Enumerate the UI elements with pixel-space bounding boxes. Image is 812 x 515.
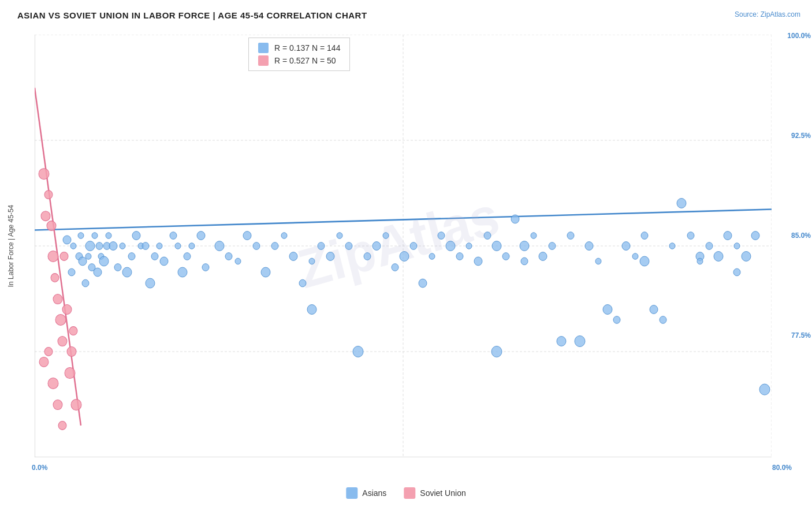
svg-point-132 (751, 232, 759, 240)
svg-point-77 (299, 279, 306, 287)
svg-point-80 (318, 242, 325, 250)
svg-point-58 (151, 253, 158, 260)
svg-point-14 (44, 191, 53, 199)
svg-point-100 (491, 346, 502, 357)
svg-point-118 (640, 256, 649, 266)
svg-point-112 (595, 258, 601, 264)
svg-point-128 (724, 232, 732, 240)
svg-point-82 (337, 233, 342, 239)
svg-text:ZipAtlas: ZipAtlas (292, 184, 505, 300)
svg-point-93 (438, 232, 445, 240)
svg-point-71 (243, 232, 251, 240)
svg-point-59 (157, 243, 162, 249)
svg-point-101 (502, 253, 509, 260)
svg-point-68 (215, 241, 224, 251)
svg-point-116 (632, 253, 638, 260)
svg-point-131 (742, 252, 751, 262)
chart-area: ZipAtlas (35, 35, 772, 457)
svg-point-108 (557, 337, 566, 346)
svg-point-65 (189, 243, 195, 249)
svg-point-115 (622, 242, 630, 251)
svg-point-94 (446, 241, 455, 251)
svg-point-40 (85, 241, 95, 251)
svg-point-84 (353, 346, 363, 357)
svg-point-67 (202, 264, 209, 271)
legend-asians-label: Asians (362, 488, 386, 498)
x-label-left: 0.0% (32, 464, 47, 472)
svg-point-53 (128, 253, 135, 260)
svg-point-49 (109, 242, 117, 251)
svg-point-113 (603, 305, 612, 315)
svg-point-91 (419, 279, 427, 288)
svg-point-32 (63, 236, 71, 244)
svg-point-16 (48, 251, 58, 262)
svg-point-85 (364, 253, 371, 260)
svg-point-46 (99, 256, 109, 266)
svg-point-83 (345, 242, 352, 250)
svg-point-69 (225, 253, 232, 260)
svg-point-120 (660, 316, 666, 324)
svg-point-18 (53, 294, 62, 304)
svg-point-19 (55, 314, 66, 325)
svg-point-27 (39, 357, 49, 367)
svg-point-119 (650, 305, 658, 314)
stat-blue-box (258, 43, 269, 53)
svg-point-30 (53, 400, 62, 410)
svg-point-127 (714, 252, 723, 262)
svg-point-114 (613, 316, 620, 324)
stat-blue-text: R = 0.137 N = 144 (274, 43, 340, 53)
svg-point-107 (549, 242, 556, 250)
svg-point-89 (400, 252, 409, 262)
svg-point-48 (106, 233, 111, 239)
legend-asians: Asians (346, 487, 386, 499)
svg-point-117 (641, 232, 648, 240)
y-axis-label: In Labor Force | Age 45-54 (7, 205, 15, 288)
svg-point-98 (484, 232, 491, 240)
svg-point-64 (184, 253, 191, 260)
svg-point-12 (39, 169, 49, 180)
svg-point-130 (733, 268, 740, 276)
chart-title: ASIAN VS SOVIET UNION IN LABOR FORCE | A… (17, 10, 367, 20)
svg-point-17 (51, 274, 59, 282)
svg-point-51 (120, 243, 125, 249)
chart-container: ASIAN VS SOVIET UNION IN LABOR FORCE | A… (0, 0, 812, 515)
svg-point-44 (96, 242, 103, 250)
svg-point-74 (271, 242, 278, 250)
x-label-right: 80.0% (772, 464, 792, 472)
svg-point-25 (69, 327, 77, 335)
stat-box: R = 0.137 N = 144 R = 0.527 N = 50 (248, 38, 350, 71)
svg-point-29 (48, 378, 58, 389)
svg-point-28 (44, 348, 53, 356)
svg-point-38 (82, 279, 89, 287)
svg-point-106 (539, 252, 547, 261)
legend-soviet: Soviet Union (404, 487, 465, 499)
svg-point-56 (142, 242, 149, 250)
y-label-85: 85.0% (791, 232, 811, 240)
stat-pink-text: R = 0.527 N = 50 (274, 56, 336, 65)
svg-point-133 (759, 384, 770, 395)
svg-point-102 (511, 215, 519, 223)
svg-point-54 (132, 232, 140, 240)
svg-point-70 (235, 258, 241, 264)
y-label-100: 100.0% (787, 32, 811, 40)
legend-soviet-label: Soviet Union (420, 488, 465, 498)
svg-point-123 (687, 232, 694, 240)
legend-asians-box (346, 487, 357, 499)
svg-point-57 (146, 278, 155, 288)
svg-point-95 (456, 253, 463, 260)
svg-point-76 (289, 252, 297, 261)
svg-point-60 (160, 257, 168, 266)
y-label-77: 77.5% (791, 331, 811, 339)
svg-point-88 (392, 264, 398, 271)
svg-point-66 (197, 232, 205, 240)
svg-point-34 (70, 243, 76, 249)
svg-point-37 (79, 257, 87, 266)
svg-point-31 (58, 421, 66, 430)
svg-point-15 (47, 221, 56, 231)
svg-point-36 (78, 233, 84, 239)
svg-point-90 (410, 242, 417, 250)
svg-point-86 (373, 242, 381, 251)
svg-point-122 (677, 198, 686, 208)
svg-point-62 (175, 243, 181, 249)
svg-point-26 (71, 400, 81, 410)
